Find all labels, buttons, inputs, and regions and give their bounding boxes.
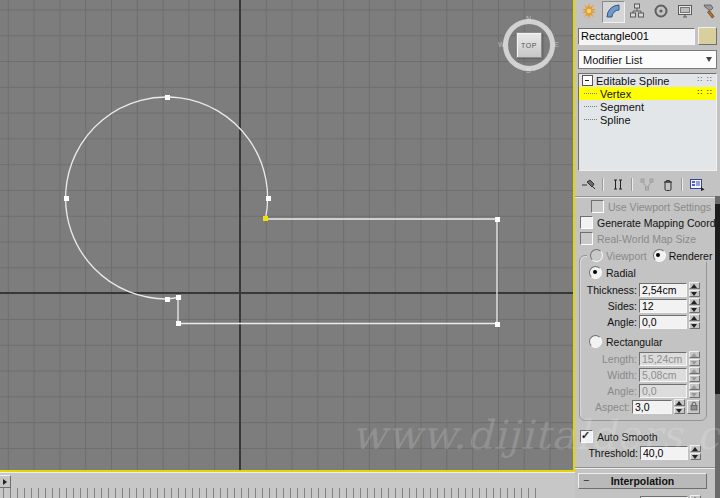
threshold-field[interactable] — [640, 446, 688, 460]
editable-spline-shape[interactable] — [0, 0, 573, 470]
tab-hierarchy[interactable] — [626, 1, 649, 23]
viewcube[interactable]: N S W E TOP — [500, 16, 558, 74]
length-field[interactable] — [639, 352, 687, 366]
aspect-lock-button[interactable] — [687, 400, 700, 414]
spinner-down-icon[interactable] — [690, 453, 701, 460]
use-viewport-settings-checkbox[interactable] — [591, 200, 604, 213]
rectangular-radio[interactable] — [589, 335, 602, 348]
spline-vertex-selected[interactable] — [263, 216, 268, 221]
stack-item-label: Segment — [600, 101, 644, 113]
radial-radio[interactable] — [589, 266, 602, 279]
length-spinner[interactable] — [689, 351, 700, 366]
tab-display[interactable] — [673, 1, 696, 23]
generate-mapping-checkbox[interactable] — [580, 216, 593, 229]
spinner-up-icon[interactable] — [690, 445, 701, 452]
spinner-down-icon[interactable] — [674, 407, 685, 414]
track-bar[interactable] — [0, 472, 575, 498]
remove-modifier-button[interactable] — [657, 176, 678, 193]
spline-vertex[interactable] — [495, 322, 500, 327]
length-label: Length: — [602, 353, 637, 365]
toolbar-separator — [631, 178, 633, 191]
tab-utilities[interactable] — [697, 1, 720, 23]
thickness-spinner[interactable] — [689, 282, 700, 297]
spline-vertex[interactable] — [165, 297, 170, 302]
spinner-down-icon[interactable] — [689, 375, 700, 382]
spinner-up-icon[interactable] — [674, 399, 685, 406]
tab-motion[interactable] — [649, 1, 672, 23]
angle-field[interactable] — [639, 315, 687, 329]
width-spinner[interactable] — [689, 367, 700, 382]
spinner-up-icon[interactable] — [689, 314, 700, 321]
viewport-top[interactable]: N S W E TOP — [0, 0, 575, 472]
spinner-down-icon[interactable] — [689, 322, 700, 329]
command-panel: Modifier List Editable Spline Vertex Seg… — [575, 0, 720, 498]
angle2-spinner[interactable] — [689, 383, 700, 398]
spline-vertex[interactable] — [176, 321, 181, 326]
spline-vertex[interactable] — [495, 217, 500, 222]
angle-spinner[interactable] — [689, 314, 700, 329]
tab-modify[interactable] — [602, 1, 625, 23]
spinner-up-icon[interactable] — [689, 298, 700, 305]
configure-modifier-sets-button[interactable] — [686, 176, 707, 193]
viewport-radio[interactable] — [590, 249, 603, 262]
toolbar-separator — [681, 178, 683, 191]
panel-scrollbar[interactable] — [715, 196, 720, 498]
stack-item-vertex[interactable]: Vertex — [579, 87, 716, 100]
aspect-spinner[interactable] — [674, 399, 685, 414]
spinner-down-icon[interactable] — [689, 290, 700, 297]
renderer-radio[interactable] — [653, 249, 666, 262]
spinner-down-icon[interactable] — [689, 306, 700, 313]
aspect-field[interactable] — [632, 400, 672, 414]
stack-item-segment[interactable]: Segment — [579, 100, 716, 113]
tab-create[interactable] — [578, 1, 601, 23]
renderer-radio-label: Renderer — [669, 250, 713, 262]
viewport-renderer-legend: Viewport Renderer — [580, 249, 706, 262]
modifier-stack[interactable]: Editable Spline Vertex Segment Spline — [578, 73, 717, 171]
render-settings-groupbox: Viewport Renderer Radial Thickness: Side… — [579, 255, 707, 421]
width-field[interactable] — [639, 368, 687, 382]
mini-curve-editor-button[interactable] — [0, 475, 11, 488]
show-end-result-button[interactable] — [607, 176, 628, 193]
make-unique-button[interactable] — [636, 176, 657, 193]
stack-item-label: Spline — [600, 114, 631, 126]
spinner-down-icon[interactable] — [689, 391, 700, 398]
spinner-up-icon[interactable] — [689, 367, 700, 374]
spinner-down-icon[interactable] — [689, 359, 700, 366]
real-world-label: Real-World Map Size — [597, 233, 696, 245]
rectangular-row: Rectangular — [589, 335, 706, 348]
sides-field[interactable] — [639, 299, 687, 313]
modifier-list-dropdown[interactable]: Modifier List — [578, 50, 717, 69]
stack-item-spline[interactable]: Spline — [579, 113, 716, 126]
width-row: Width: — [580, 367, 700, 382]
spinner-up-icon[interactable] — [689, 282, 700, 289]
aspect-label: Aspect: — [595, 401, 630, 413]
spline-vertex[interactable] — [266, 196, 271, 201]
angle2-field[interactable] — [639, 384, 687, 398]
sides-spinner[interactable] — [689, 298, 700, 313]
spline-vertex[interactable] — [64, 196, 69, 201]
real-world-checkbox[interactable] — [580, 232, 593, 245]
object-color-swatch[interactable] — [698, 27, 717, 45]
panel-scrollbar-thumb[interactable] — [715, 204, 720, 394]
stack-item-editable-spline[interactable]: Editable Spline — [579, 74, 716, 87]
create-sunburst-icon — [581, 3, 597, 21]
spinner-up-icon[interactable] — [689, 383, 700, 390]
modify-arc-icon — [605, 3, 621, 21]
interpolation-title: Interpolation — [611, 475, 675, 487]
thickness-field[interactable] — [639, 283, 687, 297]
pin-stack-button[interactable] — [578, 176, 599, 193]
width-label: Width: — [607, 369, 637, 381]
real-world-row: Real-World Map Size — [580, 232, 715, 245]
timeline-ticks — [3, 488, 536, 498]
rollout-divider — [575, 467, 715, 468]
viewcube-top-face[interactable]: TOP — [516, 32, 542, 58]
spline-vertex[interactable] — [176, 295, 181, 300]
spinner-up-icon[interactable] — [689, 351, 700, 358]
collapse-minus-icon[interactable] — [582, 75, 593, 86]
compass-east-label: E — [554, 41, 559, 48]
interpolation-rollout-header[interactable]: Interpolation — [578, 473, 707, 489]
auto-smooth-checkbox[interactable] — [580, 430, 593, 443]
threshold-spinner[interactable] — [690, 445, 701, 460]
object-name-field[interactable] — [578, 28, 695, 45]
spline-vertex[interactable] — [165, 95, 170, 100]
